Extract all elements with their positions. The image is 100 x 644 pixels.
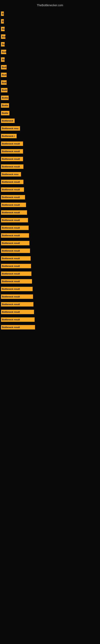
bar-label: B — [1, 12, 4, 16]
bar-row: Bottleneck result — [0, 148, 100, 155]
bar-label: Bottleneck result — [1, 164, 23, 169]
bar-label: Bott — [1, 65, 7, 70]
bar-label: Bo — [1, 57, 4, 62]
bar-label: Bottleneck result — [1, 325, 35, 330]
bar-label: Bottleneck result — [1, 157, 23, 161]
bars-container: BBBoBotBoBottBoBottBottBottBottlBottleBo… — [0, 10, 100, 331]
bar-row: Bottleneck r — [0, 132, 100, 140]
bar-label: Bottleneck r — [1, 134, 17, 138]
bar-label: Bottle — [1, 103, 9, 108]
bar-label: Bottle — [1, 96, 9, 100]
bar-row: Bottleneck result — [0, 201, 100, 209]
bar-label: Bottleneck resu — [1, 172, 21, 176]
bar-label: Bottl — [1, 88, 7, 92]
bar-row: Bo — [0, 25, 100, 33]
bar-row: Bottleneck result — [0, 186, 100, 194]
bar-row: Bo — [0, 40, 100, 48]
bar-label: Bottleneck result — [1, 272, 31, 276]
bar-label: Bottleneck result — [1, 142, 23, 146]
bar-row: Bottleneck result — [0, 300, 100, 308]
bar-row: Bottleneck result — [0, 155, 100, 163]
bar-row: Bott — [0, 79, 100, 86]
bar-label: Bottleneck — [1, 118, 15, 123]
bar-row: Bottleneck result — [0, 270, 100, 278]
bar-row: Bottleneck result — [0, 163, 100, 170]
bar-label: Bottleneck result — [1, 317, 35, 322]
bar-row: Bottleneck result — [0, 140, 100, 148]
bar-label: Bottleneck result — [1, 264, 31, 268]
bar-row: Bottleneck result — [0, 308, 100, 316]
bar-row: Bottleneck result — [0, 254, 100, 262]
bar-label: Bo — [1, 42, 4, 46]
bar-row: Bott — [0, 48, 100, 56]
bar-label: Bottleneck result — [1, 180, 23, 184]
bar-label: Bottleneck result — [1, 302, 33, 306]
bar-row: Bottleneck result — [0, 285, 100, 293]
bar-label: Bottleneck result — [1, 226, 29, 230]
bar-row: Bottleneck — [0, 117, 100, 124]
bar-row: Bottleneck result — [0, 216, 100, 224]
bar-row: Bottleneck result — [0, 324, 100, 331]
bar-row: B — [0, 10, 100, 18]
bar-label: Bottleneck result — [1, 149, 23, 154]
bar-label: Bottleneck result — [1, 187, 24, 192]
bar-label: Bottleneck result — [1, 195, 25, 200]
bar-label: Bottleneck result — [1, 210, 27, 215]
bar-label: Bottleneck result — [1, 248, 30, 253]
bar-label: Bott — [1, 50, 6, 54]
bar-row: Bott — [0, 71, 100, 79]
bar-label: Bottleneck result — [1, 310, 34, 314]
bar-row: Bottle — [0, 102, 100, 109]
bar-row: B — [0, 18, 100, 25]
bar-label: B — [1, 19, 4, 24]
bar-row: Bo — [0, 56, 100, 64]
bar-label: Bott — [1, 80, 7, 85]
bar-label: Bottle — [1, 111, 9, 115]
bar-row: Bottleneck result — [0, 278, 100, 285]
bar-row: Bottl — [0, 86, 100, 94]
bar-label: Bottleneck result — [1, 241, 29, 245]
bar-label: Bottleneck result — [1, 294, 33, 299]
bar-row: Bottleneck result — [0, 209, 100, 216]
bar-label: Bott — [1, 73, 7, 77]
bar-label: Bot — [1, 34, 5, 39]
bar-row: Bottleneck resu — [0, 170, 100, 178]
bar-label: Bo — [1, 27, 4, 31]
bar-row: Bot — [0, 33, 100, 40]
bar-row: Bottleneck result — [0, 239, 100, 247]
bar-row: Bottleneck result — [0, 194, 100, 201]
bar-row: Bottleneck result — [0, 232, 100, 239]
bar-label: Bottleneck result — [1, 218, 28, 222]
bar-row: Bottle — [0, 109, 100, 117]
bar-row: Bottleneck result — [0, 178, 100, 186]
bar-label: Bottleneck result — [1, 287, 33, 291]
bar-row: Bottleneck resu — [0, 124, 100, 132]
bar-label: Bottleneck result — [1, 256, 31, 260]
page-container: TheBottlenecker.com BBBoBotBoBottBoBottB… — [0, 0, 100, 644]
bar-row: Bottle — [0, 94, 100, 102]
bar-row: Bottleneck result — [0, 224, 100, 232]
site-title: TheBottlenecker.com — [0, 2, 100, 10]
bar-label: Bottleneck result — [1, 203, 26, 207]
bar-label: Bottleneck result — [1, 233, 29, 238]
bar-label: Bottleneck resu — [1, 126, 20, 130]
bar-row: Bott — [0, 64, 100, 71]
bar-row: Bottleneck result — [0, 316, 100, 324]
bar-row: Bottleneck result — [0, 247, 100, 254]
bar-row: Bottleneck result — [0, 262, 100, 270]
bar-label: Bottleneck result — [1, 279, 32, 284]
bar-row: Bottleneck result — [0, 293, 100, 300]
